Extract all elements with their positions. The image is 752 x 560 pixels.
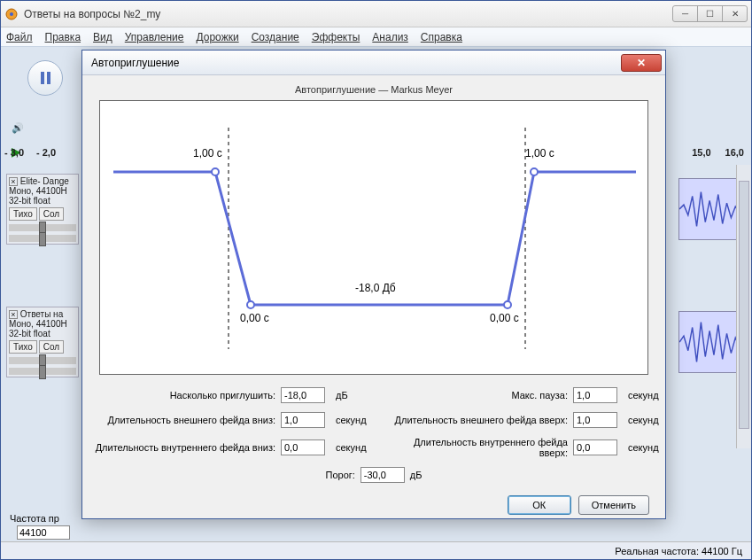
window-title: Ответы на вопросы №2_my [24,8,673,20]
gain-slider[interactable] [9,224,76,231]
input-max-pause[interactable] [573,387,617,403]
svg-point-6 [504,301,511,308]
dialog-close-button[interactable]: ✕ [621,54,662,72]
mute-button[interactable]: Тихо [9,207,37,221]
speaker-icon: 🔊 [12,122,24,134]
chart-label-inner-down: 0,00 с [240,312,269,324]
input-outer-fade-up[interactable] [573,412,617,428]
input-duck-amount[interactable] [281,387,325,403]
track-panel-1: × Elite- Dange Моно, 44100H 32-bit float… [6,174,79,245]
menu-manage[interactable]: Управление [125,31,184,43]
menu-edit[interactable]: Правка [45,31,81,43]
chart-label-duck-db: -18,0 Дб [355,282,396,294]
status-text: Реальная частота: 44100 Гц [615,546,742,556]
menu-help[interactable]: Справка [421,31,462,43]
label-inner-fade-down: Длительность внутреннего фейда вниз: [95,442,281,453]
maximize-button[interactable]: ☐ [697,5,723,22]
svg-point-1 [10,12,13,16]
autoduck-dialog: Автоприглушение ✕ Автоприглушение — Mark… [81,50,666,519]
pan-slider[interactable] [9,235,76,242]
menu-tracks[interactable]: Дорожки [197,31,239,43]
label-outer-fade-down: Длительность внешнего фейда вниз: [95,415,281,425]
mute-button[interactable]: Тихо [9,340,37,354]
svg-point-4 [212,168,219,175]
solo-button[interactable]: Сол [39,340,64,354]
gain-slider[interactable] [9,357,76,364]
input-threshold[interactable] [360,467,405,483]
ok-button[interactable]: ОК [508,495,571,515]
chart-label-outer-up: 1,00 с [525,147,554,159]
frequency-input[interactable]: 44100 [17,525,70,540]
svg-point-7 [531,168,538,175]
dialog-title: Автоприглушение [91,57,621,69]
pause-button[interactable] [27,60,63,96]
menu-create[interactable]: Создание [252,31,299,43]
track-panel-2: × Ответы на Моно, 44100H 32-bit float Ти… [6,307,79,377]
threshold-row: Порог: дБ [95,467,653,483]
label-outer-fade-up: Длительность внешнего фейда вверх: [387,415,573,425]
svg-point-5 [247,301,254,308]
menu-effects[interactable]: Эффекты [312,31,360,43]
dialog-buttons: ОК Отменить [95,495,653,515]
vertical-scrollbar[interactable] [736,165,751,448]
chart-label-outer-down: 1,00 с [193,147,222,159]
dialog-subtitle: Автоприглушение — Markus Meyer [95,84,653,95]
app-icon [4,7,19,21]
dialog-titlebar: Автоприглушение ✕ [82,51,665,75]
menu-view[interactable]: Вид [93,31,112,43]
statusbar: Реальная частота: 44100 Гц [1,541,751,559]
menu-file[interactable]: Файл [6,31,33,43]
chart-label-inner-up: 0,00 с [490,312,519,324]
scrollbar-thumb[interactable] [739,181,749,429]
envelope-chart: 1,00 с 0,00 с -18,0 Дб 0,00 с 1,00 с [99,100,648,375]
minimize-button[interactable]: ─ [672,5,698,22]
main-titlebar: Ответы на вопросы №2_my ─ ☐ ✕ [1,1,751,27]
input-inner-fade-up[interactable] [573,439,617,455]
solo-button[interactable]: Сол [39,207,64,221]
ruler-right: 15,0 16,0 [692,147,744,158]
input-outer-fade-down[interactable] [281,412,325,428]
close-button[interactable]: ✕ [722,5,748,22]
menu-analyze[interactable]: Анализ [372,31,408,43]
input-inner-fade-down[interactable] [281,439,325,455]
menubar: Файл Правка Вид Управление Дорожки Созда… [1,27,751,47]
window-controls: ─ ☐ ✕ [673,5,748,22]
label-max-pause: Макс. пауза: [387,390,573,401]
cancel-button[interactable]: Отменить [578,495,649,515]
frequency-label: Частота пр [10,513,59,524]
label-threshold: Порог: [326,470,355,480]
label-duck-amount: Насколько приглушить: [95,390,281,401]
label-inner-fade-up: Длительность внутреннего фейда вверх: [387,437,573,458]
parameter-form: Насколько приглушить: дБ Макс. пауза: се… [95,387,653,458]
track-close-icon[interactable]: × [9,310,18,319]
track-close-icon[interactable]: × [9,177,18,186]
pan-slider[interactable] [9,368,76,375]
pause-icon [41,72,50,84]
ruler-left: - 3,0 - 2,0 [4,147,56,158]
